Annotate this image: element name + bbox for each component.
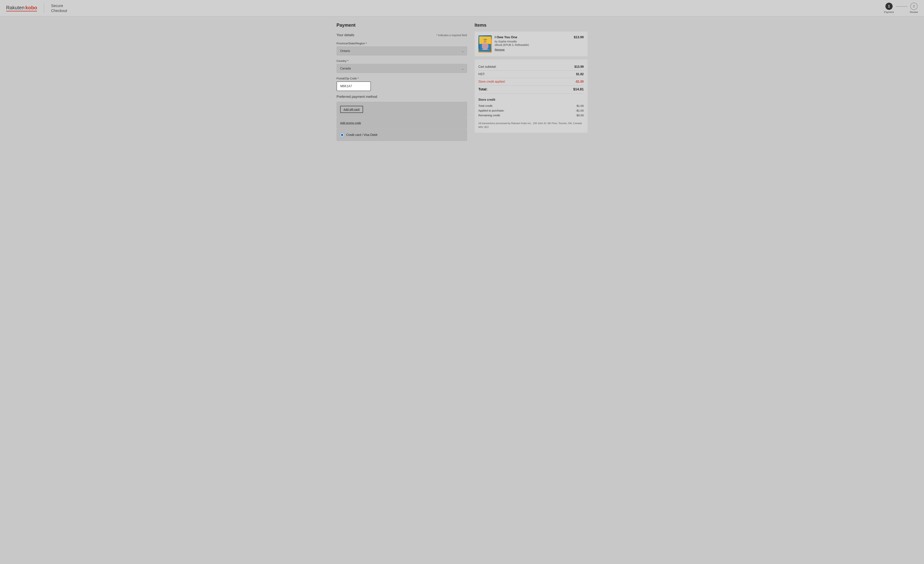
step2-label: Review [910, 11, 918, 14]
step1-circle: 1 [885, 3, 892, 10]
total-credit-label: Total credit: [478, 104, 493, 107]
postal-field: Postal/Zip Code * [337, 77, 467, 91]
logo-underline [6, 11, 37, 11]
item-format: eBook (EPUB 3, Reflowable) [495, 44, 571, 47]
header-divider [44, 3, 44, 13]
province-select-wrapper[interactable]: Ontario ⌄ [337, 47, 467, 56]
steps: 1 Payment 2 Review [884, 3, 918, 14]
total-label: Total: [478, 87, 488, 91]
step-payment: 1 Payment [884, 3, 894, 14]
gift-card-section: Add gift card [337, 102, 467, 117]
store-credit-applied-row: Store credit applied: -$1.00 [478, 78, 584, 86]
main-content: Payment Your details * indicates a requi… [329, 17, 595, 147]
item-price: $13.99 [574, 35, 584, 39]
item-info: I Owe You One by Sophie Kinsella eBook (… [495, 35, 571, 51]
left-panel: Payment Your details * indicates a requi… [337, 23, 475, 141]
book-cover: I Owe You One Sophie Kinsella [478, 35, 492, 53]
remaining-label: Remaining credit: [478, 114, 501, 117]
step1-label: Payment [884, 11, 894, 14]
credit-card-radio[interactable] [340, 133, 344, 137]
add-gift-card-button[interactable]: Add gift card [340, 106, 363, 113]
store-credit-section: Store credit Total credit: $1.00 Applied… [478, 96, 584, 117]
province-label: Province/State/Region * [337, 42, 467, 45]
step2-circle: 2 [910, 3, 918, 10]
step-connector [896, 6, 908, 7]
store-credit-applied-label: Store credit applied: [478, 80, 506, 83]
country-label: Country * [337, 59, 467, 62]
total-row: Total: $14.81 [478, 86, 584, 93]
logo: Rakuten kobo [6, 5, 37, 11]
right-panel: Items I Owe You One Sophie Kinsella [475, 23, 588, 141]
total-credit-value: $1.00 [577, 104, 584, 107]
cart-subtotal-row: Cart subtotal: $13.99 [478, 63, 584, 71]
svg-text:I Owe: I Owe [483, 39, 487, 40]
transaction-note: All transactions processed by Rakuten Ko… [478, 122, 584, 129]
logo-kobo-text: kobo [25, 5, 37, 11]
country-select[interactable]: Canada [337, 64, 467, 73]
preferred-payment-title: Preferred payment method [337, 95, 467, 99]
province-field: Province/State/Region * Ontario ⌄ [337, 42, 467, 56]
hst-row: HST: $1.82 [478, 71, 584, 78]
applied-value: -$1.00 [576, 109, 584, 112]
applied-label: Applied to purchase: [478, 109, 504, 112]
remaining-value: $0.00 [577, 114, 584, 117]
remove-button[interactable]: Remove [495, 48, 505, 51]
step-review: 2 Review [910, 3, 918, 14]
credit-card-label: Credit card / Visa Debit [346, 133, 378, 137]
postal-input[interactable] [337, 81, 371, 91]
required-note: * indicates a required field [436, 34, 467, 37]
country-select-wrapper[interactable]: Canada ⌄ [337, 64, 467, 73]
cart-subtotal-value: $13.99 [574, 65, 584, 69]
secure-checkout-text: SecureCheckout [51, 3, 67, 13]
remaining-row: Remaining credit: $0.00 [478, 113, 584, 117]
promo-section: Add promo code [337, 117, 467, 129]
credit-card-section: Credit card / Visa Debit [337, 129, 467, 141]
province-select[interactable]: Ontario [337, 47, 467, 56]
applied-row: Applied to purchase: -$1.00 [478, 108, 584, 113]
header: Rakuten kobo SecureCheckout 1 Payment 2 … [0, 0, 924, 17]
postal-label: Postal/Zip Code * [337, 77, 467, 80]
book-cover-image: I Owe You One Sophie Kinsella [478, 35, 492, 53]
svg-text:Sophie Kinsella: Sophie Kinsella [482, 49, 489, 50]
your-details-header: Your details * indicates a required fiel… [337, 33, 467, 37]
country-field: Country * Canada ⌄ [337, 59, 467, 73]
payment-title: Payment [337, 23, 467, 28]
add-promo-button[interactable]: Add promo code [340, 121, 361, 125]
header-left: Rakuten kobo SecureCheckout [6, 3, 67, 13]
summary-section: Cart subtotal: $13.99 HST: $1.82 Store c… [475, 59, 588, 133]
hst-value: $1.82 [576, 72, 584, 76]
logo-rakuten-text: Rakuten [6, 5, 24, 11]
store-credit-applied-value: -$1.00 [575, 80, 584, 83]
item-author: by Sophie Kinsella [495, 40, 571, 43]
item-title: I Owe You One [495, 35, 571, 39]
cart-subtotal-label: Cart subtotal: [478, 65, 496, 69]
item-card: I Owe You One Sophie Kinsella I Owe You … [475, 32, 588, 56]
total-credit-row: Total credit: $1.00 [478, 103, 584, 108]
store-credit-section-title: Store credit [478, 98, 584, 101]
hst-label: HST: [478, 72, 485, 76]
svg-text:You: You [484, 41, 486, 42]
your-details-title: Your details [337, 33, 354, 37]
total-value: $14.81 [573, 87, 584, 91]
items-title: Items [475, 23, 588, 28]
